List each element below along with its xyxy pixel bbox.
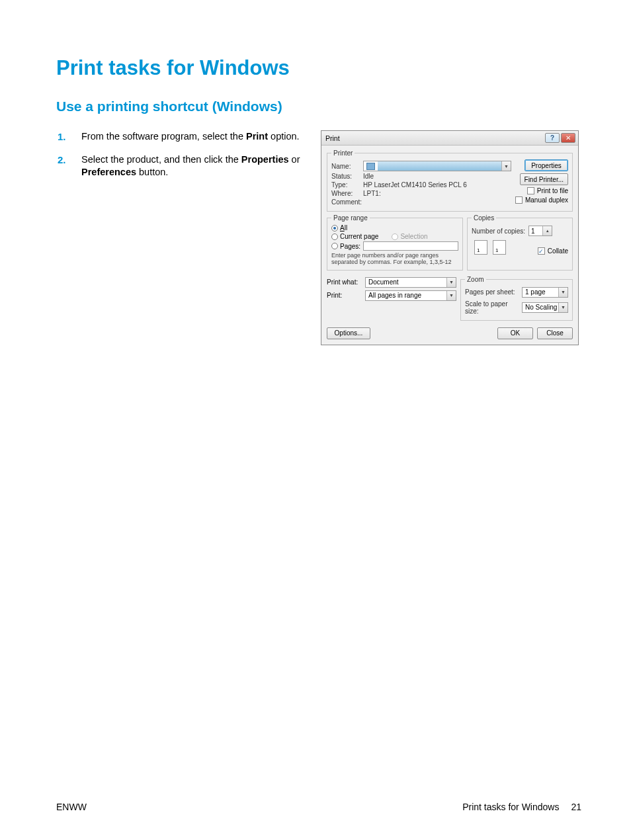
pages-input[interactable]: [363, 241, 458, 251]
properties-button[interactable]: Properties: [525, 159, 568, 171]
radio-pages[interactable]: Pages:: [331, 243, 360, 250]
step-text: option.: [268, 131, 300, 142]
radio-selection: Selection: [392, 233, 427, 240]
page-range-group: Page range AAllll Current page Selection…: [327, 214, 463, 271]
step-text: button.: [136, 167, 168, 177]
type-label: Type:: [331, 181, 363, 189]
status-label: Status:: [331, 173, 363, 180]
collate-icon: 1: [474, 240, 487, 255]
chevron-down-icon: ▼: [446, 278, 456, 287]
chevron-down-icon: ▼: [501, 161, 511, 171]
print-label: Print:: [327, 292, 365, 299]
collate-checkbox[interactable]: ✓Collate: [538, 247, 568, 255]
print-dialog: Print ? ✕ Printer Name:: [321, 130, 579, 345]
zoom-legend: Zoom: [465, 276, 486, 283]
status-value: Idle: [363, 173, 511, 180]
print-range-value: All pages in range: [368, 292, 421, 299]
page-footer: ENWW Print tasks for Windows 21: [56, 802, 581, 812]
step-bold: Properties: [241, 154, 289, 165]
num-copies-label: Number of copies:: [472, 228, 528, 235]
radio-all[interactable]: AAllll: [331, 224, 458, 231]
chevron-down-icon: ▼: [558, 288, 568, 297]
scale-label: Scale to paper size:: [465, 300, 522, 315]
radio-all-label: AAllll: [340, 224, 347, 231]
num-copies-value: 1: [531, 228, 535, 235]
step-bold: Preferences: [81, 167, 136, 177]
step-2: Select the product, and then click the P…: [56, 153, 301, 179]
page-title: Print tasks for Windows: [56, 56, 581, 80]
page-number: 21: [571, 802, 581, 812]
where-value: LPT1:: [363, 190, 511, 197]
copies-group: Copies Number of copies: 1▴ 1 1 ✓Collate: [467, 214, 573, 271]
pps-label: Pages per sheet:: [465, 288, 522, 296]
collate-icon: 1: [493, 240, 506, 255]
close-button[interactable]: Close: [537, 327, 573, 339]
spinner-arrows-icon: ▴: [542, 226, 552, 235]
zoom-group: Zoom Pages per sheet: 1 page▼ Scale to p…: [460, 276, 573, 321]
ok-button[interactable]: OK: [497, 327, 533, 339]
scale-combo[interactable]: No Scaling▼: [522, 302, 568, 313]
num-copies-spinner[interactable]: 1▴: [528, 226, 552, 236]
page-range-legend: Page range: [331, 214, 370, 222]
type-value: HP LaserJet CM1410 Series PCL 6: [363, 181, 511, 189]
print-what-combo[interactable]: Document▼: [365, 277, 456, 288]
footer-left: ENWW: [56, 802, 87, 812]
printer-icon: [366, 163, 375, 170]
chevron-down-icon: ▼: [558, 303, 568, 312]
collate-label: Collate: [548, 247, 568, 255]
dialog-titlebar: Print ? ✕: [321, 131, 578, 146]
manual-duplex-checkbox[interactable]: Manual duplex: [515, 196, 568, 204]
printer-name-combo[interactable]: ▼: [363, 161, 511, 171]
chevron-down-icon: ▼: [446, 291, 456, 300]
print-to-file-label: Print to file: [537, 187, 568, 194]
name-label: Name:: [331, 163, 363, 170]
step-bold: Print: [246, 131, 268, 142]
radio-selection-label: Selection: [400, 233, 427, 240]
pps-value: 1 page: [525, 288, 546, 296]
step-list: From the software program, select the Pr…: [56, 130, 301, 179]
radio-current-page[interactable]: Current page: [331, 233, 378, 240]
step-text: From the software program, select the: [81, 131, 246, 142]
help-button[interactable]: ?: [545, 133, 560, 143]
radio-current-label: Current page: [340, 233, 378, 240]
print-what-value: Document: [368, 278, 399, 286]
radio-pages-label: Pages:: [340, 243, 360, 250]
where-label: Where:: [331, 190, 363, 197]
print-range-combo[interactable]: All pages in range▼: [365, 290, 456, 301]
printer-legend: Printer: [331, 149, 355, 157]
page-range-hint: Enter page numbers and/or page ranges se…: [331, 252, 458, 266]
pages-per-sheet-combo[interactable]: 1 page▼: [522, 287, 568, 298]
options-button[interactable]: Options...: [327, 327, 370, 339]
copies-legend: Copies: [472, 214, 496, 222]
comment-label: Comment:: [331, 198, 363, 206]
print-to-file-checkbox[interactable]: Print to file: [527, 187, 568, 194]
dialog-title: Print: [325, 134, 544, 142]
section-title: Use a printing shortcut (Windows): [56, 99, 581, 114]
step-text: Select the product, and then click the: [81, 154, 241, 165]
close-window-button[interactable]: ✕: [561, 133, 575, 143]
scale-value: No Scaling: [525, 304, 557, 311]
footer-right: Print tasks for Windows: [462, 802, 559, 812]
print-what-label: Print what:: [327, 278, 365, 286]
manual-duplex-label: Manual duplex: [525, 196, 568, 204]
step-1: From the software program, select the Pr…: [56, 130, 301, 143]
find-printer-button[interactable]: Find Printer...: [520, 173, 568, 185]
step-text: or: [289, 154, 300, 165]
printer-group: Printer Name: ▼ Status:Idl: [327, 149, 573, 212]
